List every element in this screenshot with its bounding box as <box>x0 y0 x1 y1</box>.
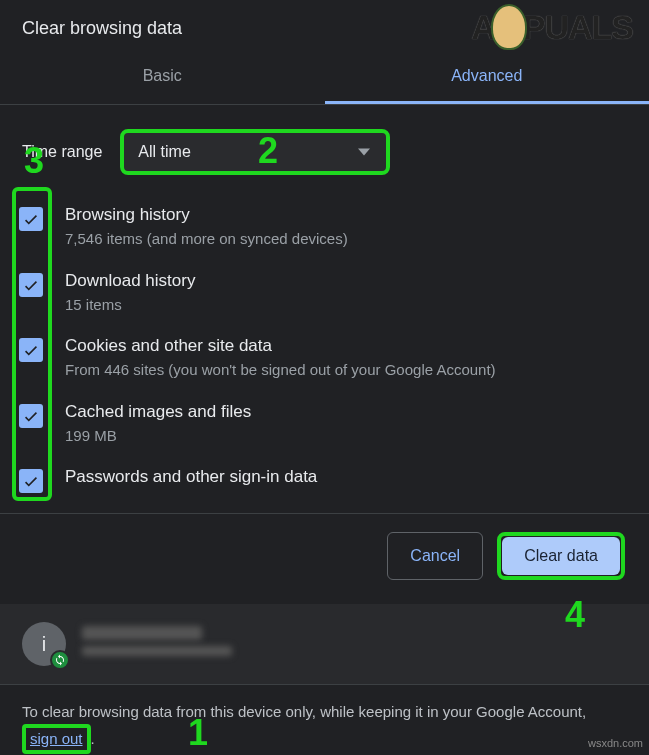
option-title: Passwords and other sign-in data <box>65 467 317 487</box>
dialog-actions: Cancel Clear data <box>0 513 649 604</box>
option-passwords[interactable]: Passwords and other sign-in data <box>22 459 627 507</box>
sync-badge-icon <box>50 650 70 670</box>
time-range-select[interactable]: All time <box>120 129 390 175</box>
annotation-checkbox-highlight <box>12 187 52 501</box>
sign-out-link[interactable]: sign out <box>30 730 83 747</box>
option-title: Cached images and files <box>65 402 251 422</box>
avatar: i <box>22 622 66 666</box>
option-title: Download history <box>65 271 195 291</box>
option-subtitle: From 446 sites (you won't be signed out … <box>65 360 496 380</box>
option-subtitle: 199 MB <box>65 426 251 446</box>
annotation-1: 1 <box>188 712 208 754</box>
option-title: Cookies and other site data <box>65 336 496 356</box>
option-cookies[interactable]: Cookies and other site data From 446 sit… <box>22 328 627 394</box>
chevron-down-icon <box>358 149 370 156</box>
option-browsing-history[interactable]: Browsing history 7,546 items (and more o… <box>22 197 627 263</box>
annotation-4: 4 <box>565 594 585 636</box>
option-subtitle: 15 items <box>65 295 195 315</box>
annotation-3: 3 <box>24 140 44 182</box>
options-list: Browsing history 7,546 items (and more o… <box>0 191 649 507</box>
tab-advanced[interactable]: Advanced <box>325 51 650 104</box>
tabs: Basic Advanced <box>0 51 649 105</box>
option-subtitle: 7,546 items (and more on synced devices) <box>65 229 348 249</box>
brand-logo: A PUALS <box>471 4 633 50</box>
annotation-signout-highlight: sign out <box>22 724 91 755</box>
account-row: i <box>0 604 649 685</box>
watermark: wsxdn.com <box>588 737 643 749</box>
option-download-history[interactable]: Download history 15 items <box>22 263 627 329</box>
footer-text: To clear browsing data from this device … <box>0 685 649 755</box>
annotation-2: 2 <box>258 130 278 172</box>
cancel-button[interactable]: Cancel <box>387 532 483 580</box>
annotation-clear-highlight: Clear data <box>497 532 625 580</box>
time-range-value: All time <box>138 143 190 161</box>
clear-data-button[interactable]: Clear data <box>502 537 620 575</box>
time-range-row: Time range All time <box>0 105 649 191</box>
tab-basic[interactable]: Basic <box>0 51 325 104</box>
option-title: Browsing history <box>65 205 348 225</box>
account-name-redacted <box>82 626 242 662</box>
option-cached[interactable]: Cached images and files 199 MB <box>22 394 627 460</box>
